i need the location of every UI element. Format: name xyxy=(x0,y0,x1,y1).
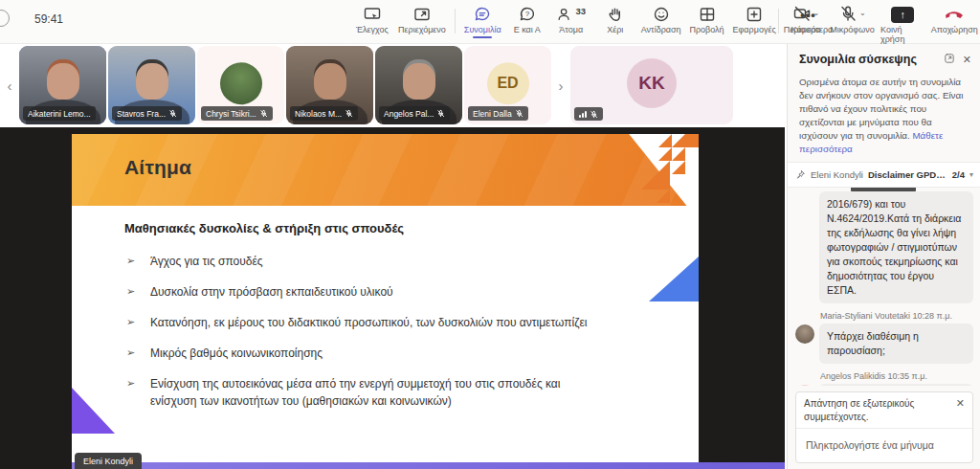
people-button[interactable]: 33 Άτομα xyxy=(549,3,593,36)
participant-avatar: ED xyxy=(487,62,529,104)
toolbar-right-group: ⌄ Κάμερα ⌄ Μικρόφωνο ↑ Κοινή χρήση xyxy=(773,3,980,46)
participant-name-label: Eleni Dalla xyxy=(473,109,512,119)
presentation-stage: Αίτημα Μαθησιακές δυσκολίες & στήριξη στ… xyxy=(0,127,785,469)
participant-name-pill: Aikaterini Lemo... xyxy=(23,106,96,121)
participant-name-label: Stavros Fra... xyxy=(117,109,166,119)
message-avatar xyxy=(795,324,814,344)
message-avatar: AP xyxy=(795,385,814,386)
screen-control-button[interactable]: Έλεγχος xyxy=(350,3,394,36)
slide-bullet-list: Άγχος για τις σπουδέςΔυσκολία στην πρόσβ… xyxy=(124,253,670,410)
content-button[interactable]: Περιεχόμενο xyxy=(394,3,450,36)
qa-button[interactable]: ? Ε και Α xyxy=(505,3,549,36)
mic-chevron-icon[interactable]: ⌄ xyxy=(859,9,866,17)
share-icon: ↑ xyxy=(891,7,914,23)
toolbar-separator xyxy=(778,9,779,34)
mic-muted-icon xyxy=(259,109,268,118)
camera-off-icon xyxy=(792,4,812,25)
chat-message-list: 2016/679) και του Ν.4624/2019.Κατά τη δι… xyxy=(788,188,980,386)
signal-strength-icon xyxy=(579,110,587,118)
toolbar-separator xyxy=(455,9,456,34)
content-icon xyxy=(412,5,432,24)
participant-strip: ‹ Aikaterini Lemo... Stavros Fra... xyxy=(0,43,785,127)
raise-hand-button[interactable]: Χέρι xyxy=(593,3,637,36)
shared-slide: Αίτημα Μαθησιακές δυσκολίες & στήριξη στ… xyxy=(72,134,699,462)
pinned-message-bar[interactable]: Eleni Kondyli Disclaimer GPDR:... 2/4 ▾ xyxy=(788,162,980,188)
apps-label: Εφαρμογές xyxy=(733,25,776,34)
people-label: Άτομα xyxy=(559,25,583,34)
reaction-button[interactable]: Αντίδραση xyxy=(637,3,685,36)
strip-scroll-left-icon[interactable]: ‹ xyxy=(0,78,19,94)
slide-body: Μαθησιακές δυσκολίες & στήριξη στις σπου… xyxy=(72,206,699,462)
slide-title: Αίτημα xyxy=(124,156,191,179)
participant-tile[interactable]: Aikaterini Lemo... xyxy=(19,46,106,124)
participant-tile[interactable]: ED Eleni Dalla xyxy=(464,46,551,124)
participant-name-pill: Stavros Fra... xyxy=(112,106,182,121)
leave-call-icon xyxy=(944,5,965,24)
pinned-title: Disclaimer GPDR:... xyxy=(868,169,947,180)
leave-button[interactable]: Αποχώρηση xyxy=(929,3,980,36)
slide-heading: Μαθησιακές δυσκολίες & στήριξη στις σπου… xyxy=(124,221,670,235)
mic-button[interactable]: ⌄ Μικρόφωνο xyxy=(828,3,877,36)
slide-bullet: Ενίσχυση της αυτοεικόνας μέσα από την εν… xyxy=(124,375,592,410)
clipped-status-icon xyxy=(0,10,10,27)
popout-icon[interactable] xyxy=(944,53,955,66)
participant-tile[interactable]: KK xyxy=(570,46,733,124)
apps-button[interactable]: Εφαρμογές xyxy=(729,3,780,36)
participant-tile[interactable]: Angelos Pal... xyxy=(375,46,462,124)
chat-header: Συνομιλία σύσκεψης ✕ xyxy=(788,43,980,74)
strip-scroll-right-icon[interactable]: › xyxy=(551,78,570,94)
content-label: Περιεχόμενο xyxy=(398,25,446,34)
banner-close-icon[interactable]: ✕ xyxy=(956,397,965,410)
participant-tile[interactable]: Stavros Fra... xyxy=(108,46,195,124)
message-input[interactable] xyxy=(804,438,969,452)
participant-tile[interactable]: Nikolaos M... xyxy=(286,46,373,124)
camera-label: Κάμερα xyxy=(791,25,821,34)
slide-bullet: Κατανόηση, εκ μέρους του διδακτικού προσ… xyxy=(124,314,592,331)
mic-muted-icon xyxy=(590,110,598,119)
slide-bullet: Μικρός βαθμός κοινωνικοποίησης xyxy=(124,345,592,362)
view-button[interactable]: Προβολή xyxy=(685,3,729,36)
slide-bullet: Άγχος για τις σπουδές xyxy=(124,253,592,270)
share-button[interactable]: ↑ Κοινή χρήση xyxy=(877,3,929,46)
mic-muted-icon xyxy=(436,109,445,118)
view-label: Προβολή xyxy=(689,25,724,34)
participant-name-pill: Eleni Dalla xyxy=(468,106,528,121)
mic-off-icon xyxy=(838,4,858,25)
external-reply-text: Απάντηση σε εξωτερικούς συμμετέχοντες. xyxy=(804,397,950,423)
close-icon[interactable]: ✕ xyxy=(963,54,971,66)
pinned-count: 2/4 xyxy=(952,169,965,180)
camera-button[interactable]: ⌄ Κάμερα xyxy=(784,3,828,36)
pin-icon xyxy=(795,169,806,180)
participant-name-pill: Angelos Pal... xyxy=(379,106,450,121)
svg-text:?: ? xyxy=(525,10,530,18)
pinned-chevron-icon[interactable]: ▾ xyxy=(969,170,973,179)
apps-icon xyxy=(745,5,764,24)
message-bubble[interactable]: Υπάρχει διαθέσιμη η παρουσίαση; xyxy=(819,324,973,364)
mic-muted-icon xyxy=(515,109,523,118)
external-policy-notice: Ορισμένα άτομα σε αυτήν τη συνομιλία δεν… xyxy=(788,74,980,155)
reaction-label: Αντίδραση xyxy=(641,25,681,34)
message-author-row: Angelos Palikidis 10:35 π.μ. xyxy=(820,371,973,381)
participant-avatar xyxy=(220,62,262,104)
participant-list: Aikaterini Lemo... Stavros Fra... Chrysi… xyxy=(19,46,551,124)
people-icon: 33 xyxy=(556,5,586,24)
hand-icon xyxy=(606,5,625,24)
participant-name-pill: Chrysi Tsikri... xyxy=(201,106,273,121)
compose-card: Απάντηση σε εξωτερικούς συμμετέχοντες. ✕ xyxy=(795,391,973,463)
message-bubble[interactable]: 2016/679) και του Ν.4624/2019.Κατά τη δι… xyxy=(819,191,973,302)
slide-bullet: Δυσκολία στην πρόσβαση εκπαιδευτικού υλι… xyxy=(124,283,592,301)
reaction-icon xyxy=(652,5,671,24)
participant-name-label: Nikolaos M... xyxy=(295,109,342,119)
pinned-author: Eleni Kondyli xyxy=(811,169,863,180)
message-row: APΜπορείτε να ανεβάσετε τη φόρμα αξιολόγ… xyxy=(795,384,973,386)
people-count-badge: 33 xyxy=(575,6,586,16)
slide-bottom-bar xyxy=(72,462,785,469)
message-bubble[interactable]: Μπορείτε να ανεβάσετε τη φόρμα αξιολόγησ… xyxy=(819,384,973,386)
participant-tile[interactable]: Chrysi Tsikri... xyxy=(197,46,284,124)
presenter-name-badge: Eleni Kondyli xyxy=(75,453,142,469)
camera-chevron-icon[interactable]: ⌄ xyxy=(813,9,820,17)
participant-name-pill xyxy=(574,107,603,121)
meeting-timer: 59:41 xyxy=(34,12,63,26)
screen-control-label: Έλεγχος xyxy=(356,25,389,34)
chat-button[interactable]: Συνομιλία xyxy=(460,3,505,36)
